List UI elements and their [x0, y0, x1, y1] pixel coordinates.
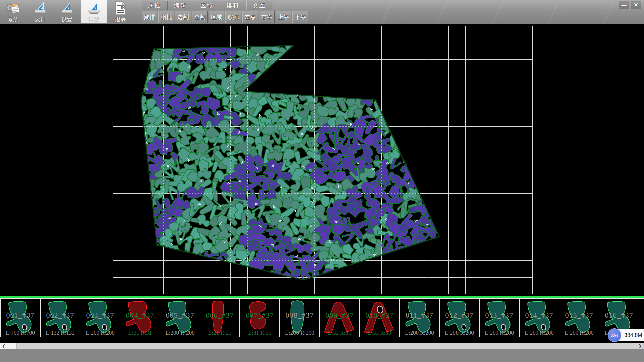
piece-shape-icon [441, 299, 477, 335]
window-controls: — ✕ [619, 1, 641, 9]
piece-shape-icon [241, 299, 278, 335]
thumbnail-cell-012_#37[interactable]: 012_#37 L:200 R:200 [440, 299, 480, 337]
app-mode-buttons: 系统 设计 设置 排版 报表 [0, 0, 135, 24]
tool-button-row: 聚排相机选割全割区域瑕疵左靠右靠上靠下靠 [142, 11, 309, 23]
piece-thumbnail-strip: 001_#37 L:700 R:700 002_#37 L:132 R:132 … [0, 298, 644, 337]
horizontal-scrollbar[interactable]: ❮ ❯ [0, 343, 644, 349]
settings-ruler-icon [60, 1, 74, 16]
thumbnail-cell-002_#37[interactable]: 002_#37 L:132 R:132 [41, 299, 80, 337]
memory-percent-text: 38% [611, 333, 618, 337]
thumbnail-cell-004_#37[interactable]: 004_#37 L:31 R:31 [120, 299, 160, 337]
thumbnail-cell-011_#37[interactable]: 011_#37 L:200 R:200 [400, 299, 440, 337]
thumbnail-cell-001_#37[interactable]: 001_#37 L:700 R:700 [1, 299, 41, 337]
thumbnail-cell-010_#37[interactable]: 010_#37 L:33 R:33 [360, 299, 400, 337]
nesting-ruler-icon [87, 1, 101, 16]
app-button-label: 设置 [61, 16, 73, 23]
main-toolbar: 系统 设计 设置 排版 报表 属性编辑区域排料 [0, 0, 644, 24]
thumbnail-cell-005_#37[interactable]: 005_#37 L:200 R:200 [160, 299, 200, 337]
thumbnail-cell-015_#37[interactable]: 015_#37 L:200 R:200 [559, 299, 599, 337]
piece-shape-icon [281, 299, 318, 335]
app-button-label: 设计 [35, 16, 46, 23]
piece-shape-icon [42, 299, 78, 335]
piece-shape-icon [162, 299, 198, 335]
piece-shape-icon [561, 299, 597, 335]
piece-shape-icon [202, 299, 238, 335]
piece-shape-icon [82, 299, 118, 335]
app-button-4[interactable]: 排版 [81, 0, 107, 23]
menu-tab-1[interactable]: 属性 [142, 1, 168, 10]
app-button-label: 排版 [88, 16, 100, 23]
toolbar-texture [255, 0, 644, 24]
minimize-button[interactable]: — [619, 1, 629, 9]
status-bar [0, 349, 644, 362]
system-gear-icon [6, 1, 21, 16]
app-button-label: 系统 [8, 16, 19, 23]
app-button-2[interactable]: 设计 [27, 0, 53, 23]
report-doc-icon [114, 1, 127, 16]
tool-button-8[interactable]: 右靠 [259, 11, 275, 23]
tool-button-4[interactable]: 全割 [192, 11, 208, 23]
app-button-1[interactable]: 系统 [0, 0, 26, 23]
piece-shape-icon [2, 299, 38, 335]
nesting-workspace [0, 24, 644, 296]
menu-tab-3[interactable]: 区域 [194, 1, 220, 10]
app-button-5[interactable]: 报表 [108, 0, 134, 23]
design-ruler-icon [33, 1, 47, 16]
tool-button-3[interactable]: 选割 [175, 11, 191, 23]
tool-button-2[interactable]: 相机 [158, 11, 174, 23]
piece-shape-icon [521, 299, 557, 335]
piece-shape-icon [481, 299, 517, 335]
tool-button-5[interactable]: 区域 [209, 11, 224, 23]
memory-value-text: 384.8M [624, 332, 642, 338]
close-button[interactable]: ✕ [631, 1, 641, 9]
piece-shape-icon [361, 299, 397, 335]
piece-shape-icon [122, 299, 158, 335]
strip-gap [0, 337, 644, 343]
thumbnail-cell-014_#37[interactable]: 014_#37 L:200 R:200 [520, 299, 559, 337]
menu-tab-2[interactable]: 编辑 [168, 1, 194, 10]
tool-button-9[interactable]: 上靠 [276, 11, 291, 23]
thumbnail-cell-007_#37[interactable]: 007_#37 L:31 R:31 [240, 299, 280, 337]
menu-tab-row: 属性编辑区域排料交互 [142, 1, 272, 10]
tool-button-1[interactable]: 聚排 [142, 11, 157, 23]
thumbnail-cell-003_#37[interactable]: 003_#37 L:200 R:200 [80, 299, 120, 337]
menu-tab-4[interactable]: 排料 [220, 1, 246, 10]
menu-tab-5[interactable]: 交互 [246, 1, 272, 10]
nesting-canvas[interactable] [0, 24, 644, 296]
tool-button-10[interactable]: 下靠 [292, 11, 308, 23]
thumbnail-cell-008_#37[interactable]: 008_#37 L:200 R:200 [280, 299, 320, 337]
memory-usage-badge: 38% 384.8M [608, 329, 644, 341]
piece-shape-icon [321, 299, 358, 335]
tool-button-7[interactable]: 左靠 [242, 11, 258, 23]
scroll-left-button[interactable]: ❮ [0, 343, 17, 349]
thumbnail-cell-006_#37[interactable]: 006_#37 L:21 R:21 [200, 299, 240, 337]
scroll-right-button[interactable]: ❯ [637, 343, 643, 349]
app-button-3[interactable]: 设置 [54, 0, 80, 23]
thumbnail-cell-009_#37[interactable]: 009_#37 L:32 R:31 [320, 299, 360, 337]
piece-shape-icon [401, 299, 437, 335]
app-button-label: 报表 [115, 16, 126, 23]
memory-percent-indicator: 38% [608, 328, 621, 342]
tool-button-6[interactable]: 瑕疵 [225, 11, 241, 23]
thumbnail-cell-013_#37[interactable]: 013_#37 L:200 R:200 [480, 299, 520, 337]
